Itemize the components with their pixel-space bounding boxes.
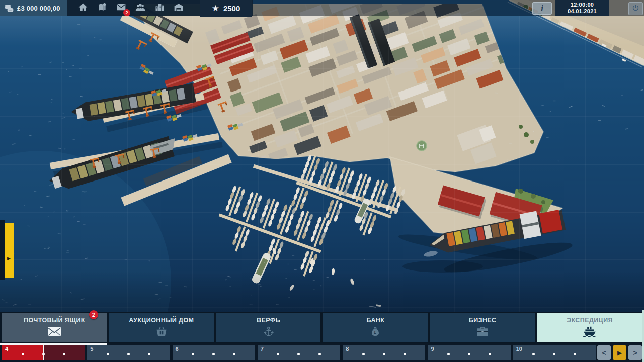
tick-dot <box>468 353 470 355</box>
tick-dot <box>192 353 194 355</box>
tick-dot <box>297 353 300 355</box>
balance-panel[interactable]: £3 000 000,00 <box>0 0 67 16</box>
segment-label: 6 <box>176 346 179 352</box>
top-nav: 2 <box>75 0 186 16</box>
side-panel-handle[interactable]: ▶ <box>5 223 14 278</box>
tick-dot <box>148 353 150 355</box>
timeline-progress <box>0 343 107 345</box>
balance-value: £3 000 000,00 <box>17 5 60 12</box>
reputation-value: 2500 <box>223 4 240 13</box>
tab-label: ПОЧТОВЫЙ ЯЩИК <box>24 317 85 324</box>
play-icon: ▶ <box>617 350 622 356</box>
timeline-segments: 45678910 <box>2 345 596 360</box>
company-button[interactable] <box>152 2 167 15</box>
timeline-bar: 45678910 <▶> <box>0 343 644 362</box>
tick-dot <box>107 353 109 355</box>
tick-dot <box>532 353 535 355</box>
tick-dot <box>233 353 235 355</box>
tick-dot <box>212 353 215 355</box>
tab-mailbox[interactable]: ПОЧТОВЫЙ ЯЩИК2 <box>2 313 107 342</box>
timeline-segment-5[interactable]: 5 <box>87 345 170 360</box>
side-panel-shadow <box>0 220 5 280</box>
anchor-icon <box>262 325 275 337</box>
home-button[interactable] <box>75 2 90 15</box>
play-button[interactable]: ▶ <box>613 345 626 360</box>
tick-dot <box>574 353 576 355</box>
tick-dot <box>63 353 65 355</box>
reputation-panel[interactable]: ★ 2500 <box>200 0 252 17</box>
timeline-segment-10[interactable]: 10 <box>513 345 596 360</box>
chevron-left-icon: < <box>602 349 606 356</box>
contacts-button[interactable] <box>133 2 147 15</box>
port-button[interactable] <box>171 2 186 15</box>
tick-dot <box>127 353 130 355</box>
expand-arrow-icon: ▶ <box>7 256 11 261</box>
tab-label: БИЗНЕС <box>469 317 497 324</box>
segment-label: 5 <box>90 346 93 352</box>
timeline-segment-8[interactable]: 8 <box>343 345 425 360</box>
tab-auction-house[interactable]: АУКЦИОННЫЙ ДОМ <box>109 313 214 342</box>
map-icon <box>97 2 108 14</box>
prev-button[interactable]: < <box>597 345 611 360</box>
timeline-controls: <▶> <box>597 345 642 360</box>
basket-icon <box>155 325 168 337</box>
mail-button[interactable]: 2 <box>114 2 128 15</box>
tab-label: ВЕРФЬ <box>257 317 280 324</box>
mail-badge: 2 <box>123 9 130 16</box>
buildings-icon <box>154 2 165 14</box>
clock-panel[interactable]: 12:00:00 04.01.2021 <box>555 0 609 16</box>
segment-label: 8 <box>346 346 349 352</box>
tick-dot <box>404 353 406 355</box>
mailbox-badge: 2 <box>89 310 98 319</box>
tab-label: ЭКСПЕДИЦИЯ <box>567 317 613 324</box>
svg-text:£: £ <box>374 330 377 335</box>
info-button[interactable]: i <box>532 2 552 15</box>
coins-icon <box>4 3 15 13</box>
tab-expedition[interactable]: ЭКСПЕДИЦИЯ <box>537 313 642 342</box>
power-button[interactable] <box>628 2 643 15</box>
ship-icon <box>583 325 597 337</box>
map-viewport[interactable] <box>0 0 644 312</box>
tick-dot <box>553 353 555 355</box>
info-icon: i <box>541 5 543 13</box>
tick-dot <box>318 353 321 355</box>
tick-dot <box>362 353 365 355</box>
next-button[interactable]: > <box>628 345 642 360</box>
segment-label: 9 <box>431 346 434 352</box>
home-icon <box>77 2 89 14</box>
time-value: 12:00:00 <box>571 2 594 8</box>
warehouse-icon <box>173 2 184 14</box>
date-value: 04.01.2021 <box>568 8 597 15</box>
tick-dot <box>489 353 491 355</box>
tick-dot <box>277 353 279 355</box>
segment-label: 10 <box>516 346 522 352</box>
briefcase-icon <box>476 325 489 337</box>
port-map <box>0 0 644 312</box>
power-icon <box>632 4 639 14</box>
timeline-segment-7[interactable]: 7 <box>258 345 340 360</box>
tab-bank[interactable]: БАНК£ <box>323 313 428 342</box>
segment-label: 4 <box>5 346 8 352</box>
map-button[interactable] <box>95 2 109 15</box>
timeline-segment-4[interactable]: 4 <box>2 345 85 360</box>
people-icon <box>135 2 146 14</box>
bottom-tab-bar: ПОЧТОВЫЙ ЯЩИК2АУКЦИОННЫЙ ДОМВЕРФЬБАНК£БИ… <box>0 312 644 343</box>
tick-dot <box>22 353 24 355</box>
envelope-icon <box>48 325 61 337</box>
chevron-right-icon: > <box>633 349 637 356</box>
top-bar: £3 000 000,00 2 ★ 2500 i 12:00:00 04.01.… <box>0 0 644 16</box>
timeline-segment-6[interactable]: 6 <box>173 345 255 360</box>
star-icon: ★ <box>212 4 219 13</box>
tab-business[interactable]: БИЗНЕС <box>430 313 535 342</box>
time-cursor <box>43 345 44 360</box>
game-screen: £3 000 000,00 2 ★ 2500 i 12:00:00 04.01.… <box>0 0 644 362</box>
tick-dot <box>383 353 385 355</box>
tab-label: БАНК <box>367 317 385 324</box>
tick-dot <box>447 353 450 355</box>
tab-shipyard[interactable]: ВЕРФЬ <box>216 313 321 342</box>
segment-label: 7 <box>261 346 264 352</box>
timeline-segment-9[interactable]: 9 <box>428 345 510 360</box>
tab-label: АУКЦИОННЫЙ ДОМ <box>129 317 194 324</box>
moneybag-icon: £ <box>369 325 382 337</box>
